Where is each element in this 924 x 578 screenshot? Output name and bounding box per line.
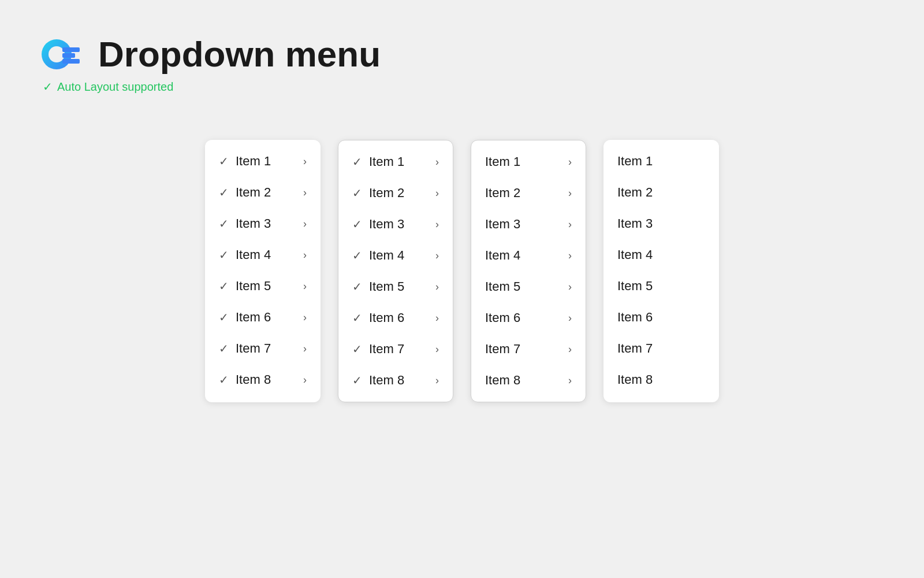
menu-item-left: Item 4 bbox=[485, 248, 520, 263]
menu-item[interactable]: Item 2› bbox=[471, 177, 586, 209]
menu-item-left: Item 2 bbox=[617, 185, 653, 200]
menu-item-left: Item 4 bbox=[617, 247, 653, 262]
menu-item[interactable]: Item 5 bbox=[603, 271, 719, 302]
chevron-right-icon: › bbox=[435, 375, 439, 387]
menu-item[interactable]: Item 5› bbox=[471, 271, 586, 302]
menu-item[interactable]: Item 3› bbox=[471, 209, 586, 240]
menu-item-left: ✓Item 6 bbox=[352, 310, 404, 325]
menu-item[interactable]: Item 7 bbox=[603, 333, 719, 364]
menu-item[interactable]: Item 4 bbox=[603, 239, 719, 271]
check-icon: ✓ bbox=[219, 310, 229, 324]
svg-rect-2 bbox=[62, 47, 80, 52]
chevron-right-icon: › bbox=[568, 187, 572, 199]
menu-item[interactable]: ✓Item 6› bbox=[338, 302, 453, 334]
menu-item-label: Item 5 bbox=[369, 279, 404, 294]
chevron-right-icon: › bbox=[568, 156, 572, 168]
menu-item-label: Item 6 bbox=[236, 310, 271, 325]
subtitle-text: Auto Layout supported bbox=[57, 80, 173, 94]
menu-item[interactable]: Item 4› bbox=[471, 240, 586, 271]
menu-item[interactable]: Item 6› bbox=[471, 302, 586, 334]
menu-item[interactable]: Item 1› bbox=[471, 146, 586, 177]
chevron-right-icon: › bbox=[303, 343, 307, 355]
menu-item-label: Item 3 bbox=[369, 217, 404, 232]
menu-item-label: Item 4 bbox=[236, 247, 271, 262]
page-title: Dropdown menu bbox=[98, 35, 381, 74]
svg-rect-4 bbox=[62, 59, 80, 64]
chevron-right-icon: › bbox=[435, 312, 439, 324]
svg-point-1 bbox=[49, 46, 65, 62]
menu-item-left: ✓Item 1 bbox=[352, 154, 404, 169]
check-icon: ✓ bbox=[352, 342, 362, 356]
menu-item-left: ✓Item 3 bbox=[219, 216, 271, 231]
menu-item-label: Item 1 bbox=[236, 154, 271, 169]
menu-item-label: Item 7 bbox=[617, 341, 653, 356]
menu-item-label: Item 1 bbox=[617, 154, 653, 169]
chevron-right-icon: › bbox=[568, 250, 572, 262]
menu-item[interactable]: ✓Item 8› bbox=[205, 364, 321, 395]
menu-item[interactable]: ✓Item 3› bbox=[205, 208, 321, 239]
menu-item[interactable]: Item 7› bbox=[471, 334, 586, 365]
menu-item-label: Item 2 bbox=[369, 186, 404, 201]
menu-item-left: Item 1 bbox=[485, 154, 520, 169]
menu-item-label: Item 2 bbox=[617, 185, 653, 200]
chevron-right-icon: › bbox=[568, 218, 572, 231]
menu-item[interactable]: Item 6 bbox=[603, 302, 719, 333]
check-icon: ✓ bbox=[219, 217, 229, 231]
menu-item-left: Item 5 bbox=[485, 279, 520, 294]
check-icon: ✓ bbox=[352, 280, 362, 294]
menu-item[interactable]: ✓Item 1› bbox=[205, 146, 321, 177]
menu-item-label: Item 6 bbox=[369, 310, 404, 325]
menu-item[interactable]: ✓Item 4› bbox=[338, 240, 453, 271]
chevron-right-icon: › bbox=[435, 156, 439, 168]
subtitle-area: ✓ Auto Layout supported bbox=[40, 80, 884, 94]
menu-item-left: ✓Item 8 bbox=[352, 373, 404, 388]
check-icon: ✓ bbox=[219, 248, 229, 262]
check-icon: ✓ bbox=[219, 186, 229, 199]
menu-item[interactable]: ✓Item 2› bbox=[205, 177, 321, 208]
menu-item-left: ✓Item 6 bbox=[219, 310, 271, 325]
menu-item[interactable]: ✓Item 7› bbox=[338, 334, 453, 365]
menu-item[interactable]: ✓Item 1› bbox=[338, 146, 453, 177]
menu-item-label: Item 4 bbox=[369, 248, 404, 263]
menu-item-left: ✓Item 2 bbox=[352, 186, 404, 201]
menu-item-label: Item 3 bbox=[617, 216, 653, 231]
menu-item[interactable]: ✓Item 7› bbox=[205, 333, 321, 364]
menu-item-left: ✓Item 7 bbox=[219, 341, 271, 356]
menu-item[interactable]: ✓Item 6› bbox=[205, 302, 321, 333]
chevron-right-icon: › bbox=[435, 218, 439, 231]
menu-item-label: Item 1 bbox=[369, 154, 404, 169]
menu-item-left: ✓Item 5 bbox=[219, 279, 271, 294]
menu-item-left: Item 1 bbox=[617, 154, 653, 169]
menu-item[interactable]: ✓Item 2› bbox=[338, 177, 453, 209]
menu-item-left: ✓Item 7 bbox=[352, 342, 404, 357]
check-icon: ✓ bbox=[219, 373, 229, 387]
menu-card-3: Item 1›Item 2›Item 3›Item 4›Item 5›Item … bbox=[471, 140, 586, 402]
menu-item-label: Item 7 bbox=[236, 341, 271, 356]
menu-item[interactable]: Item 8 bbox=[603, 364, 719, 395]
chevron-right-icon: › bbox=[303, 312, 307, 324]
menu-card-1: ✓Item 1›✓Item 2›✓Item 3›✓Item 4›✓Item 5›… bbox=[205, 140, 321, 402]
menu-item[interactable]: Item 3 bbox=[603, 208, 719, 239]
chevron-right-icon: › bbox=[568, 375, 572, 387]
menu-item[interactable]: ✓Item 4› bbox=[205, 239, 321, 271]
check-icon: ✓ bbox=[219, 342, 229, 355]
chevron-right-icon: › bbox=[303, 374, 307, 386]
menu-item-left: ✓Item 1 bbox=[219, 154, 271, 169]
menu-item[interactable]: Item 1 bbox=[603, 146, 719, 177]
menu-item[interactable]: ✓Item 5› bbox=[205, 271, 321, 302]
menu-item-label: Item 6 bbox=[617, 310, 653, 325]
menu-item[interactable]: Item 2 bbox=[603, 177, 719, 208]
menu-item-left: Item 8 bbox=[485, 373, 520, 388]
chevron-right-icon: › bbox=[568, 343, 572, 355]
check-icon: ✓ bbox=[352, 249, 362, 262]
menu-item[interactable]: ✓Item 5› bbox=[338, 271, 453, 302]
menu-item-left: Item 6 bbox=[485, 310, 520, 325]
menu-card-2: ✓Item 1›✓Item 2›✓Item 3›✓Item 4›✓Item 5›… bbox=[338, 140, 453, 402]
menu-item[interactable]: Item 8› bbox=[471, 365, 586, 396]
chevron-right-icon: › bbox=[303, 249, 307, 261]
menu-item[interactable]: ✓Item 8› bbox=[338, 365, 453, 396]
menu-item-label: Item 8 bbox=[485, 373, 520, 388]
menu-item[interactable]: ✓Item 3› bbox=[338, 209, 453, 240]
menu-item-label: Item 4 bbox=[485, 248, 520, 263]
menu-item-left: Item 7 bbox=[617, 341, 653, 356]
